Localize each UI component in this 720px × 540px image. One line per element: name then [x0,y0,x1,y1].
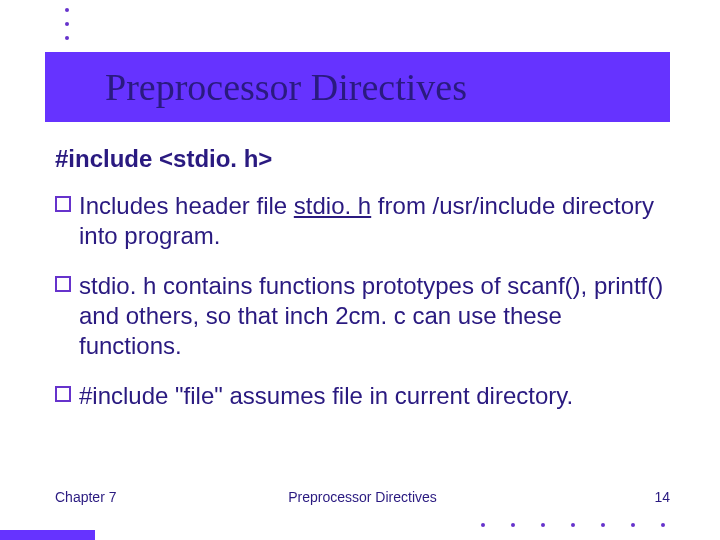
dot-icon [661,523,665,527]
slide: Preprocessor Directives #include <stdio.… [0,0,720,540]
square-bullet-icon [55,276,71,292]
slide-title: Preprocessor Directives [105,65,467,109]
dot-icon [541,523,545,527]
slide-footer: Chapter 7 Preprocessor Directives 14 [55,489,670,505]
bullet-item: stdio. h contains functions prototypes o… [55,271,670,361]
dot-icon [481,523,485,527]
title-bar: Preprocessor Directives [45,52,670,122]
dot-icon [65,8,69,12]
dot-icon [601,523,605,527]
square-bullet-icon [55,196,71,212]
bullet-item: #include "file" assumes file in current … [55,381,670,411]
dot-icon [511,523,515,527]
decorative-dots-bottom [481,523,665,527]
bullet-text: Includes header file stdio. h from /usr/… [79,191,670,251]
dot-icon [571,523,575,527]
dot-icon [65,36,69,40]
footer-right: 14 [654,489,670,505]
underlined-text: stdio. h [294,192,371,219]
text-segment: Includes header file [79,192,294,219]
footer-center: Preprocessor Directives [288,489,437,505]
subheading: #include <stdio. h> [55,145,670,173]
content-area: #include <stdio. h> Includes header file… [55,145,670,431]
dot-icon [631,523,635,527]
dot-icon [65,22,69,26]
square-bullet-icon [55,386,71,402]
bullet-item: Includes header file stdio. h from /usr/… [55,191,670,251]
decorative-bottom-bar [0,530,95,540]
bullet-text: #include "file" assumes file in current … [79,381,573,411]
footer-left: Chapter 7 [55,489,116,505]
bullet-text: stdio. h contains functions prototypes o… [79,271,670,361]
decorative-dots-top [65,8,69,50]
